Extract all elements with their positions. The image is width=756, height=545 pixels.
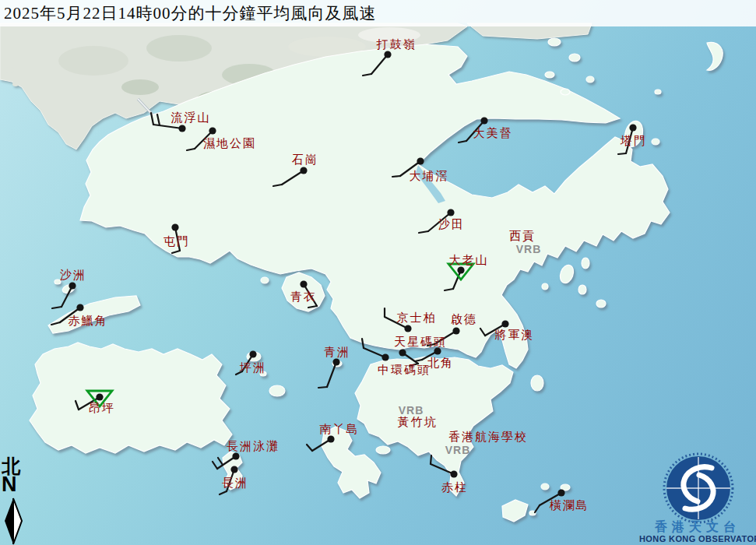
station-label: 將軍澳: [495, 328, 535, 343]
hko-name-chinese: 香港天文台: [639, 520, 756, 534]
station-dot: [399, 349, 406, 356]
station-dot: [417, 157, 424, 164]
station-label: 橫瀾島: [550, 498, 589, 513]
station-label: 沙洲: [60, 268, 86, 283]
station-dot: [332, 358, 339, 365]
station-label: 香港航海學校: [448, 430, 528, 445]
station-dot: [300, 280, 307, 287]
station-label: 昂坪: [89, 401, 115, 416]
compass: 北 N: [2, 458, 20, 494]
station-dot: [69, 282, 76, 289]
station-label: 赤柱: [441, 480, 468, 495]
station-label: 青衣: [290, 290, 317, 304]
station-label: 沙田: [438, 217, 465, 232]
station-label: 西貢: [509, 229, 536, 244]
station-dot: [171, 223, 178, 230]
station-dot: [404, 325, 411, 332]
station-label: 黃竹坑: [398, 415, 438, 430]
station-dot: [480, 117, 487, 124]
station-label: 石崗: [292, 153, 318, 167]
station-label: 赤鱲角: [69, 314, 108, 329]
station-dot: [300, 167, 307, 174]
station-dot: [327, 435, 334, 442]
hko-name-english: HONG KONG OBSERVATORY: [639, 534, 756, 543]
station-dot: [96, 393, 103, 400]
station-dot: [452, 327, 459, 334]
station-dot: [249, 350, 256, 357]
station-label: 長洲: [222, 476, 248, 490]
station-label: 流浮山: [171, 111, 211, 125]
station-dot: [230, 466, 237, 473]
station-label: 濕地公園: [203, 136, 256, 151]
station-dot: [557, 489, 564, 496]
station-label: 長洲泳灘: [227, 439, 280, 454]
station-dot: [501, 320, 508, 327]
station-dot: [629, 124, 636, 131]
station-label: 大老山: [449, 253, 489, 268]
station-dot: [76, 304, 83, 311]
station-label: 大美督: [473, 126, 513, 141]
hko-logo-text: 香港天文台 HONG KONG OBSERVATORY: [639, 520, 756, 543]
station-label: 南丫島: [320, 422, 360, 437]
station-dot: [382, 353, 389, 360]
map-title: 2025年5月22日14時00分的十分鐘平均風向及風速: [0, 2, 377, 24]
station-dot: [232, 452, 239, 459]
station-label: 打鼓嶺: [377, 37, 417, 52]
station-dot: [447, 209, 454, 216]
station-dot: [384, 51, 391, 58]
station-label: 屯門: [164, 234, 190, 249]
station-label: 天星碼頭: [394, 335, 447, 350]
station-label: 京士柏: [397, 311, 437, 325]
station-label: 啟德: [451, 312, 477, 327]
title-bar: 2025年5月22日14時00分的十分鐘平均風向及風速: [0, 0, 756, 26]
station-label: 北角: [427, 356, 454, 371]
station-label: 青洲: [324, 345, 350, 360]
station-dot: [178, 125, 185, 132]
station-dot: [209, 127, 216, 134]
station-label: 中環碼頭: [378, 363, 431, 378]
compass-north-letter: N: [2, 475, 20, 494]
vrb-label: VRB: [445, 444, 471, 456]
station-dot: [450, 470, 457, 477]
vrb-label: VRB: [516, 243, 542, 255]
station-label: 大埔滘: [410, 169, 449, 184]
station-dot: [457, 266, 464, 273]
hong-kong-map: [0, 0, 756, 545]
station-label: 塔門: [621, 134, 647, 149]
wind-map-screen: 2025年5月22日14時00分的十分鐘平均風向及風速 北 N 打鼓嶺流浮山濕地…: [0, 0, 756, 545]
station-label: 坪洲: [240, 360, 266, 375]
